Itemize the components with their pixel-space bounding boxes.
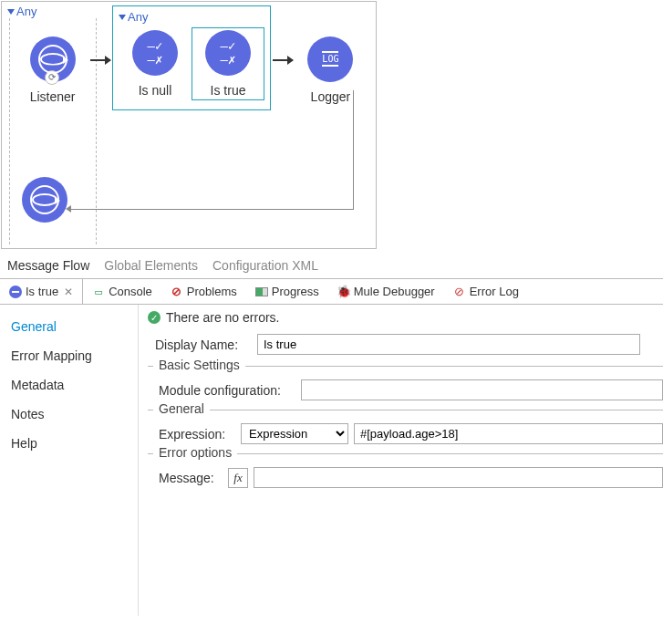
tab-debugger-label: Mule Debugger <box>354 285 435 298</box>
expression-input[interactable] <box>354 423 663 444</box>
outer-scope-label[interactable]: Any <box>7 5 36 18</box>
http-listener-icon: ⟳ <box>30 36 76 82</box>
arrow-icon <box>273 59 293 61</box>
collapse-icon[interactable] <box>7 9 15 15</box>
sidenav-general[interactable]: General <box>0 312 138 341</box>
tab-problems-label: Problems <box>187 285 237 298</box>
general-fieldset: General Expression: Expression <box>148 410 663 444</box>
listener-label: Listener <box>30 89 76 104</box>
sidenav-error-mapping[interactable]: Error Mapping <box>0 341 138 370</box>
sidenav-help[interactable]: Help <box>0 429 138 458</box>
http-icon <box>22 177 67 223</box>
tab-console[interactable]: ▭ Console <box>83 279 161 304</box>
display-name-input[interactable] <box>257 334 640 355</box>
editor-mode-tabs: Message Flow Global Elements Configurati… <box>0 249 663 278</box>
fx-toggle-button[interactable]: fx <box>228 468 248 488</box>
tab-progress-label: Progress <box>272 285 319 298</box>
inner-scope-text: Any <box>128 10 148 24</box>
module-config-input[interactable] <box>301 379 663 400</box>
tab-progress[interactable]: Progress <box>246 279 328 304</box>
inner-scope-label[interactable]: Any <box>119 10 264 24</box>
expression-label: Expression: <box>159 427 235 441</box>
tab-errorlog-label: Error Log <box>470 285 519 298</box>
error-options-legend: Error options <box>153 445 237 460</box>
tab-istrue-label: Is true <box>26 285 58 298</box>
tab-error-log[interactable]: ⊘ Error Log <box>444 279 528 304</box>
module-config-label: Module configuration: <box>159 383 295 398</box>
sidenav-notes[interactable]: Notes <box>0 400 138 429</box>
bug-icon: 🐞 <box>337 286 350 298</box>
display-name-label: Display Name: <box>155 338 257 352</box>
listener-node[interactable]: ⟳ Listener <box>16 36 88 104</box>
close-icon[interactable]: ✕ <box>64 286 73 298</box>
status-line: ✓ There are no errors. <box>148 310 663 325</box>
isnull-label: Is null <box>139 83 172 98</box>
console-icon: ▭ <box>92 286 105 298</box>
flow-canvas[interactable]: Any ⟳ Listener Any —✓—✗ Is nul <box>1 1 377 249</box>
connector-badge-icon: ⟳ <box>45 70 59 85</box>
views-tabbar: Is true ✕ ▭ Console ⊘ Problems Progress … <box>0 278 663 304</box>
display-name-row: Display Name: <box>155 334 663 355</box>
message-label: Message: <box>159 471 223 485</box>
tab-configuration-xml[interactable]: Configuration XML <box>207 256 324 275</box>
status-text: There are no errors. <box>166 310 280 325</box>
validator-icon: —✓—✗ <box>205 30 251 76</box>
properties-sidenav: General Error Mapping Metadata Notes Hel… <box>0 305 139 616</box>
outer-scope-text: Any <box>16 5 36 18</box>
basic-settings-fieldset: Basic Settings Module configuration: <box>148 366 663 400</box>
isnull-node[interactable]: —✓—✗ Is null <box>119 30 192 98</box>
flow-row: ⟳ Listener Any —✓—✗ Is null —✓—✗ <box>16 29 367 110</box>
logger-icon: LOG <box>307 36 353 82</box>
properties-panel: General Error Mapping Metadata Notes Hel… <box>0 304 663 616</box>
tab-message-flow[interactable]: Message Flow <box>2 256 95 275</box>
message-input[interactable] <box>254 467 663 488</box>
error-route-line <box>353 90 354 209</box>
error-icon: ⊘ <box>453 286 466 298</box>
error-route-line <box>70 209 354 210</box>
validator-icon: —✓—✗ <box>132 30 178 76</box>
collapse-icon[interactable] <box>119 15 126 20</box>
problems-icon: ⊘ <box>171 286 183 298</box>
expression-mode-select[interactable]: Expression <box>241 423 348 444</box>
ok-icon: ✓ <box>148 311 161 324</box>
logger-node[interactable]: LOG Logger <box>295 36 367 104</box>
istrue-label: Is true <box>211 83 246 98</box>
error-handler-node[interactable] <box>22 177 67 223</box>
general-legend: General <box>153 401 210 416</box>
progress-icon <box>255 287 268 296</box>
tab-mule-debugger[interactable]: 🐞 Mule Debugger <box>328 279 444 304</box>
logger-label: Logger <box>311 89 351 104</box>
tab-istrue-properties[interactable]: Is true ✕ <box>0 279 83 304</box>
tab-problems[interactable]: ⊘ Problems <box>161 279 246 304</box>
validator-icon <box>9 286 22 298</box>
sidenav-metadata[interactable]: Metadata <box>0 370 138 400</box>
error-options-fieldset: Error options Message: fx <box>148 453 663 488</box>
istrue-node[interactable]: —✓—✗ Is true <box>192 27 264 100</box>
properties-form: ✓ There are no errors. Display Name: Bas… <box>139 305 663 616</box>
basic-settings-legend: Basic Settings <box>153 358 245 372</box>
tab-global-elements[interactable]: Global Elements <box>98 256 203 275</box>
arrow-icon <box>90 59 110 61</box>
tab-console-label: Console <box>109 285 152 298</box>
inner-scope[interactable]: Any —✓—✗ Is null —✓—✗ Is true <box>112 5 271 110</box>
